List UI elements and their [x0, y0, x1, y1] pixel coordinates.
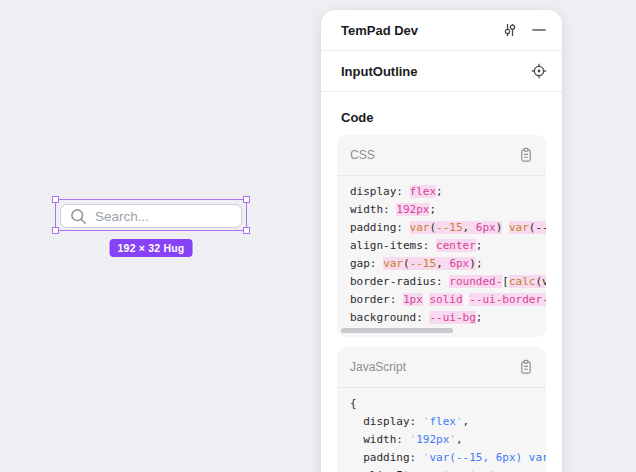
code-line: alignItems: 'center',	[350, 467, 546, 472]
selection-overlay: Search... 192 × 32 Hug	[55, 199, 247, 231]
tempad-panel: TemPad Dev InputOutline	[321, 10, 562, 472]
code-line: border-radius: rounded-[calc(v	[350, 273, 546, 291]
magnifier-icon	[70, 208, 87, 225]
code-line: display: 'flex',	[350, 413, 546, 431]
code-line: width: '192px',	[350, 431, 546, 449]
sliders-icon[interactable]	[502, 22, 518, 38]
component-name: InputOutline	[341, 64, 418, 79]
selection-handle-ne[interactable]	[243, 196, 250, 203]
panel-header: TemPad Dev	[321, 10, 562, 51]
selection-handle-nw[interactable]	[52, 196, 59, 203]
javascript-code[interactable]: { display: 'flex', width: '192px', paddi…	[337, 388, 546, 472]
code-section: Code CSS display: flex;width: 192px;padd…	[321, 92, 562, 472]
code-line: align-items: center;	[350, 237, 546, 255]
code-line: gap: var(--15, 6px);	[350, 255, 546, 273]
search-placeholder: Search...	[95, 209, 149, 224]
search-input[interactable]: Search...	[60, 204, 242, 228]
code-line: padding: 'var(--15, 6px) var	[350, 449, 546, 467]
minimize-icon[interactable]	[531, 22, 547, 38]
horizontal-scrollbar[interactable]	[341, 328, 453, 333]
code-line: {	[350, 395, 546, 413]
css-code-block: CSS display: flex;width: 192px;padding: …	[337, 135, 546, 337]
css-code[interactable]: display: flex;width: 192px;padding: var(…	[337, 176, 546, 337]
figma-workspace: Search... 192 × 32 Hug TemPad Dev	[0, 0, 636, 472]
component-row: InputOutline	[321, 51, 562, 92]
code-line: padding: var(--15, 6px) var(--	[350, 219, 546, 237]
code-line: background: --ui-bg;	[350, 309, 546, 327]
selection-handle-se[interactable]	[243, 227, 250, 234]
selection-handle-sw[interactable]	[52, 227, 59, 234]
code-line: display: flex;	[350, 183, 546, 201]
javascript-block-label: JavaScript	[350, 360, 406, 374]
css-block-header: CSS	[337, 135, 546, 176]
code-line: border: 1px solid --ui-border-	[350, 291, 546, 309]
javascript-block-header: JavaScript	[337, 347, 546, 388]
css-block-label: CSS	[350, 148, 375, 162]
copy-clipboard-icon[interactable]	[518, 147, 534, 163]
copy-clipboard-icon[interactable]	[518, 359, 534, 375]
crosshair-locate-icon[interactable]	[531, 63, 547, 79]
code-section-label: Code	[337, 110, 546, 125]
panel-title: TemPad Dev	[341, 23, 418, 38]
javascript-code-block: JavaScript { display: 'flex', width: '19…	[337, 347, 546, 472]
code-line: width: 192px;	[350, 201, 546, 219]
size-badge: 192 × 32 Hug	[110, 239, 193, 257]
